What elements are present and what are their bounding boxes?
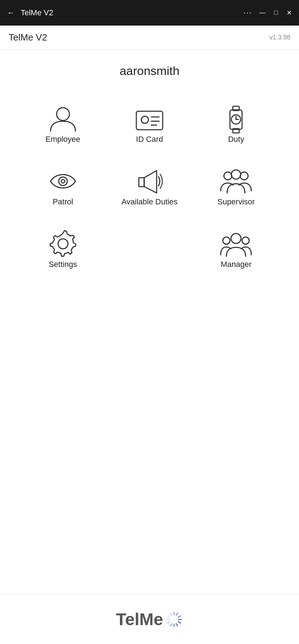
svg-rect-1 bbox=[136, 111, 163, 130]
settings-label: Settings bbox=[49, 260, 77, 269]
svg-line-26 bbox=[176, 624, 178, 626]
menu-item-patrol[interactable]: Patrol bbox=[21, 158, 104, 214]
svg-point-2 bbox=[141, 116, 148, 123]
manager-icon bbox=[220, 228, 252, 260]
patrol-label: Patrol bbox=[53, 197, 73, 206]
svg-line-28 bbox=[171, 624, 172, 626]
svg-point-18 bbox=[223, 237, 230, 244]
svg-line-23 bbox=[178, 616, 180, 617]
menu-placeholder bbox=[108, 221, 191, 276]
menu-grid: Employee ID Card bbox=[21, 96, 278, 214]
duty-label: Duty bbox=[228, 135, 244, 144]
employee-label: Employee bbox=[46, 135, 80, 144]
svg-point-12 bbox=[59, 177, 67, 186]
menu-item-manager[interactable]: Manager bbox=[195, 221, 278, 276]
menu-item-available-duties[interactable]: Available Duties bbox=[108, 158, 191, 214]
svg-line-29 bbox=[168, 622, 170, 623]
maximize-button[interactable]: □ bbox=[274, 9, 278, 17]
svg-point-15 bbox=[240, 172, 248, 180]
back-button[interactable]: ← bbox=[7, 8, 15, 17]
minimize-button[interactable]: — bbox=[259, 9, 266, 17]
title-bar: ← TelMe V2 ··· — □ ✕ bbox=[0, 0, 299, 26]
close-button[interactable]: ✕ bbox=[287, 9, 292, 17]
footer-logo-text: TelMe bbox=[116, 610, 163, 629]
footer: TelMe bbox=[0, 594, 299, 644]
id-card-icon bbox=[133, 103, 166, 135]
menu-item-employee[interactable]: Employee bbox=[21, 96, 104, 151]
app-title: TelMe V2 bbox=[21, 8, 243, 17]
available-duties-label: Available Duties bbox=[121, 197, 177, 206]
menu-item-duty[interactable]: Duty bbox=[195, 96, 278, 151]
window-controls: — □ ✕ bbox=[259, 9, 292, 17]
more-options-button[interactable]: ··· bbox=[243, 8, 252, 17]
app-version: v1.3.98 bbox=[269, 34, 290, 41]
menu-item-settings[interactable]: Settings bbox=[21, 221, 104, 276]
svg-line-31 bbox=[168, 616, 170, 617]
loading-spinner bbox=[165, 611, 183, 628]
app-header: TelMe V2 v1.3.98 bbox=[0, 26, 299, 50]
employee-icon bbox=[47, 103, 79, 135]
svg-line-22 bbox=[176, 613, 178, 615]
settings-icon bbox=[47, 228, 79, 260]
svg-line-32 bbox=[171, 613, 172, 615]
footer-logo-container: TelMe bbox=[116, 610, 183, 629]
menu-item-id-card[interactable]: ID Card bbox=[108, 96, 191, 151]
supervisor-label: Supervisor bbox=[217, 197, 255, 206]
patrol-icon bbox=[47, 165, 79, 197]
svg-point-0 bbox=[57, 108, 69, 120]
duty-icon bbox=[220, 103, 252, 135]
menu-grid-row3: Settings Manager bbox=[21, 221, 278, 276]
username-display: aaronsmith bbox=[120, 64, 179, 78]
available-duties-icon bbox=[133, 165, 166, 197]
svg-point-16 bbox=[231, 170, 241, 179]
svg-point-13 bbox=[61, 179, 65, 183]
svg-line-25 bbox=[178, 622, 180, 623]
svg-point-19 bbox=[242, 237, 249, 244]
menu-item-supervisor[interactable]: Supervisor bbox=[195, 158, 278, 214]
svg-point-20 bbox=[231, 234, 241, 243]
manager-label: Manager bbox=[221, 260, 252, 269]
id-card-label: ID Card bbox=[136, 135, 163, 144]
app-header-title: TelMe V2 bbox=[9, 32, 47, 43]
main-content: aaronsmith Employee ID Card bbox=[0, 50, 299, 594]
svg-point-14 bbox=[224, 172, 232, 180]
supervisor-icon bbox=[220, 165, 252, 197]
svg-point-17 bbox=[58, 239, 68, 249]
